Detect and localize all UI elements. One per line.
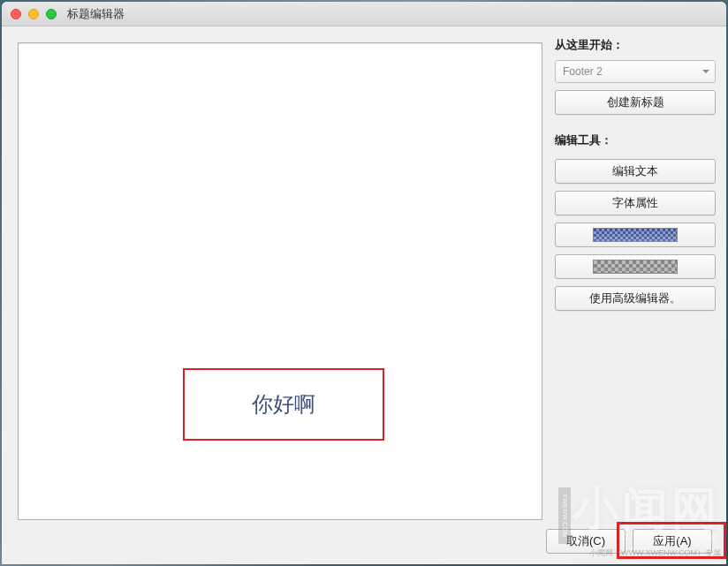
close-icon[interactable] [11,9,21,19]
sidebar: 从这里开始： Footer 2 创建新标题 编辑工具： 编辑文本 字体属性 使用… [551,26,726,564]
advanced-editor-button[interactable]: 使用高级编辑器。 [555,286,716,311]
apply-button[interactable]: 应用(A) [633,529,712,554]
traffic-lights [11,9,57,19]
template-select-value: Footer 2 [563,65,603,78]
edit-tools-label: 编辑工具： [555,132,716,148]
font-properties-button[interactable]: 字体属性 [555,191,716,215]
preview-canvas[interactable]: 你好啊 [18,42,542,520]
text-color-button[interactable] [555,223,716,247]
edit-text-button[interactable]: 编辑文本 [555,159,716,184]
color-swatch-grey-icon [593,260,678,274]
title-editor-window: 标题编辑器 你好啊 从这里开始： Footer 2 创建新标题 编辑工具： 编辑… [2,2,726,564]
zoom-icon[interactable] [46,9,57,19]
window-title: 标题编辑器 [67,6,125,22]
cancel-button[interactable]: 取消(C) [546,529,626,554]
dialog-buttons: 取消(C) 应用(A) [546,529,712,554]
title-object-selected[interactable]: 你好啊 [183,368,384,441]
titlebar: 标题编辑器 [2,2,726,26]
shadow-color-button[interactable] [555,254,716,279]
create-new-title-button[interactable]: 创建新标题 [555,90,716,115]
chevron-down-icon [702,70,709,73]
color-swatch-blue-icon [593,228,678,242]
minimize-icon[interactable] [28,9,39,19]
title-text: 你好啊 [252,390,315,419]
canvas-area: 你好啊 [2,26,551,564]
content-area: 你好啊 从这里开始： Footer 2 创建新标题 编辑工具： 编辑文本 字体属… [2,26,726,564]
start-here-label: 从这里开始： [555,37,716,53]
template-select[interactable]: Footer 2 [555,60,716,83]
